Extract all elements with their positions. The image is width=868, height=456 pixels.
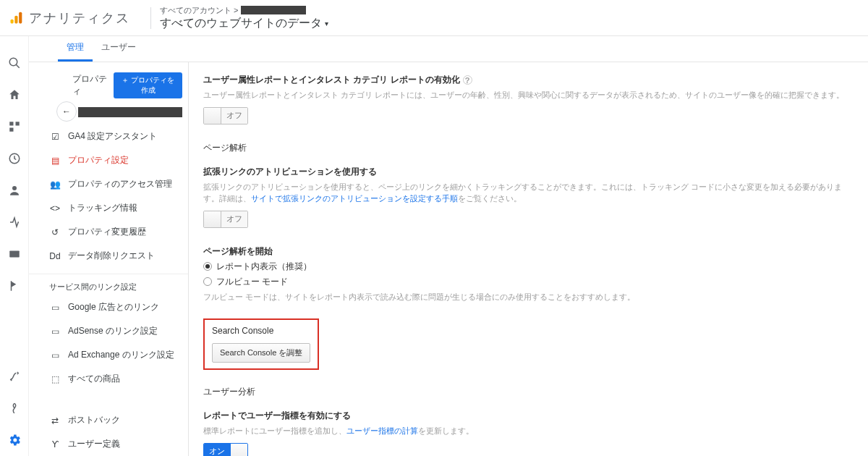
nav-history[interactable]: ↺プロパティ変更履歴 [29, 220, 188, 244]
top-header: アナリティクス すべてのアカウント > すべてのウェブサイトのデータ ▾ [0, 0, 868, 36]
page-analysis-heading: ページ解析 [203, 142, 854, 154]
behavior-icon[interactable] [6, 245, 23, 263]
radio-unselected-icon [203, 277, 212, 286]
link-section-header: サービス間のリンク設定 [29, 274, 188, 295]
enhanced-link-help[interactable]: サイトで拡張リンクのアトリビューションを設定する手順 [251, 194, 458, 203]
enhanced-link-title: 拡張リンクのアトリビューションを使用する [203, 166, 377, 178]
settings-panel: ユーザー属性レポートとインタレスト カテゴリ レポートの有効化 ? ユーザー属性… [188, 62, 868, 456]
back-arrow-button[interactable]: ← [56, 101, 77, 122]
account-selector[interactable]: すべてのアカウント > すべてのウェブサイトのデータ ▾ [160, 5, 328, 31]
adexchange-icon: ▭ [49, 350, 61, 361]
svg-line-4 [16, 64, 20, 68]
home-icon[interactable] [6, 86, 23, 104]
svg-rect-6 [15, 122, 19, 125]
nav-userdef[interactable]: Ƴユーザー定義 [29, 432, 188, 456]
user-metrics-desc: 標準レポートにユーザー指標を追加し、ユーザー指標の計算を更新します。 [203, 425, 854, 437]
caret-down-icon: ▾ [325, 20, 328, 28]
toggle-handle [204, 108, 221, 124]
svg-rect-2 [19, 12, 22, 23]
adjust-search-console-button[interactable]: Search Console を調整 [212, 343, 310, 363]
link-icon: ⬚ [49, 373, 61, 385]
nav-property-settings[interactable]: ▤プロパティ設定 [29, 148, 188, 172]
help-icon[interactable]: ? [463, 75, 472, 85]
nav-ga4[interactable]: ☑GA4 設定アシスタント [29, 124, 188, 148]
view-title: すべてのウェブサイトのデータ [160, 16, 322, 31]
svg-rect-1 [14, 15, 17, 23]
search-console-highlight: Search Console Search Console を調整 [203, 318, 319, 370]
user-metrics-title: レポートでユーザー指標を有効にする [203, 410, 351, 422]
toggle-off-label: オフ [221, 211, 247, 227]
redacted-property [78, 107, 182, 117]
radio-inline[interactable]: レポート内表示（推奨） [203, 261, 854, 273]
enhanced-link-toggle[interactable]: オフ [203, 211, 248, 228]
history-icon: ↺ [49, 227, 61, 238]
svg-rect-0 [11, 19, 14, 23]
svg-rect-10 [9, 251, 20, 258]
property-label: プロパティ [72, 73, 109, 98]
demographics-desc: ユーザー属性レポートとインタレスト カテゴリ レポートには、ユーザーの年齢、性別… [203, 89, 854, 101]
radio-selected-icon [203, 262, 212, 271]
audience-icon[interactable] [6, 182, 23, 199]
ads-icon: ▭ [49, 302, 61, 313]
user-metrics-toggle[interactable]: オン [203, 443, 248, 457]
brand-name: アナリティクス [29, 9, 130, 27]
svg-rect-7 [9, 128, 13, 132]
user-metrics-link[interactable]: ユーザー指標の計算 [346, 426, 418, 435]
divider [150, 7, 151, 29]
admin-tabs: 管理 ユーザー [29, 36, 868, 62]
toggle-on-label: オン [204, 444, 230, 457]
layout-icon: ▤ [49, 155, 61, 166]
property-sidebar: ← プロパティ ＋ プロパティを作成 ☑GA4 設定アシスタント ▤プロパティ設… [29, 62, 188, 456]
realtime-icon[interactable] [6, 150, 23, 167]
search-console-title: Search Console [212, 326, 310, 336]
left-rail [0, 36, 29, 456]
svg-point-9 [12, 186, 17, 190]
adsense-icon: ▭ [49, 326, 61, 337]
toggle-handle [204, 211, 221, 227]
conversions-icon[interactable] [6, 277, 23, 295]
account-label: すべてのアカウント > [160, 5, 238, 16]
nav-delete[interactable]: Ddデータ削除リクエスト [29, 244, 188, 268]
user-analysis-heading: ユーザー分析 [203, 386, 854, 398]
analytics-logo-icon [9, 10, 23, 26]
code-icon: <> [49, 203, 61, 214]
acquisition-icon[interactable] [6, 214, 23, 231]
nav-all-products[interactable]: ⬚すべての商品 [29, 367, 188, 391]
nav-access[interactable]: 👥プロパティのアクセス管理 [29, 172, 188, 196]
svg-rect-5 [9, 122, 13, 125]
toggle-off-label: オフ [221, 108, 247, 124]
admin-gear-icon[interactable] [6, 431, 23, 449]
people-icon: 👥 [49, 179, 61, 190]
enhanced-link-desc: 拡張リンクのアトリビューションを使用すると、ページ上のリンクを細かくトラッキング… [203, 181, 854, 205]
dd-icon: Dd [49, 250, 61, 262]
create-property-button[interactable]: ＋ プロパティを作成 [114, 72, 182, 98]
tab-admin[interactable]: 管理 [58, 35, 93, 62]
redacted-account [241, 6, 306, 14]
nav-adsense-link[interactable]: ▭AdSense のリンク設定 [29, 319, 188, 343]
customize-icon[interactable] [6, 118, 23, 135]
nav-postback[interactable]: ⇄ポストバック [29, 408, 188, 432]
attribution-icon[interactable] [6, 368, 23, 385]
nav-ads-link[interactable]: ▭Google 広告とのリンク [29, 295, 188, 319]
nav-adexchange-link[interactable]: ▭Ad Exchange のリンク設定 [29, 343, 188, 367]
discover-icon[interactable] [6, 400, 23, 417]
search-icon[interactable] [6, 54, 23, 72]
check-icon: ☑ [49, 131, 61, 143]
postback-icon: ⇄ [49, 415, 61, 426]
start-analysis-title: ページ解析を開始 [203, 245, 273, 258]
toggle-handle [230, 444, 247, 457]
nav-tracking[interactable]: <>トラッキング情報 [29, 196, 188, 220]
demographics-title: ユーザー属性レポートとインタレスト カテゴリ レポートの有効化 [203, 74, 460, 86]
radio-fullview[interactable]: フルビュー モード [203, 276, 854, 288]
svg-point-3 [9, 58, 17, 66]
userdef-icon: Ƴ [49, 439, 61, 450]
demographics-toggle[interactable]: オフ [203, 107, 248, 124]
fullview-note: フルビュー モードは、サイトをレポート内表示で読み込む際に問題が生じる場合にのみ… [203, 291, 854, 303]
tab-user[interactable]: ユーザー [93, 35, 145, 62]
